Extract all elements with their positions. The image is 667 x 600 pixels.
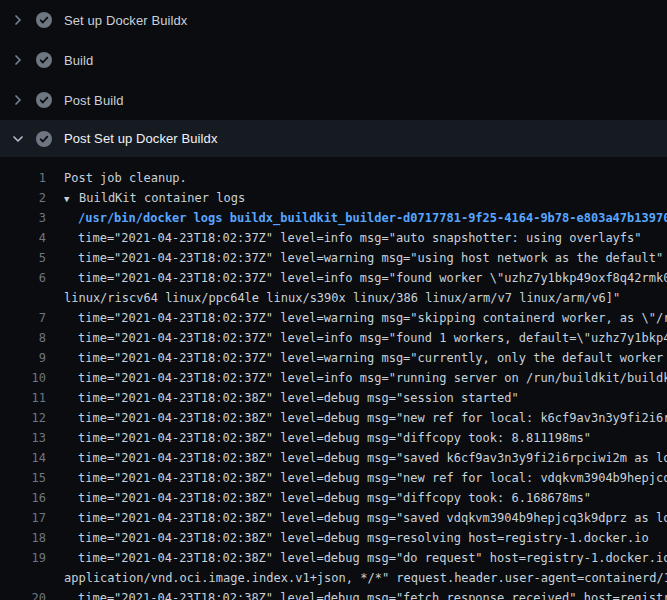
log-text: time="2021-04-23T18:02:38Z" level=debug … xyxy=(46,428,591,448)
line-number[interactable]: 14 xyxy=(0,448,46,468)
line-number[interactable]: 2 xyxy=(0,188,46,208)
line-number[interactable]: 17 xyxy=(0,508,46,528)
log-text: time="2021-04-23T18:02:37Z" level=info m… xyxy=(46,228,642,248)
line-number[interactable]: 1 xyxy=(0,168,46,188)
log-text: time="2021-04-23T18:02:38Z" level=debug … xyxy=(46,408,667,428)
log-text: time="2021-04-23T18:02:38Z" level=debug … xyxy=(46,528,649,548)
line-number[interactable]: 9 xyxy=(0,348,46,368)
log-text: linux/riscv64 linux/ppc64le linux/s390x … xyxy=(46,288,620,308)
log-line: 7time="2021-04-23T18:02:37Z" level=warni… xyxy=(0,308,667,328)
log-line: 9time="2021-04-23T18:02:37Z" level=warni… xyxy=(0,348,667,368)
line-number[interactable]: 7 xyxy=(0,308,46,328)
log-line: 6time="2021-04-23T18:02:37Z" level=info … xyxy=(0,268,667,288)
chevron-right-icon xyxy=(10,92,26,108)
step-header-post-build[interactable]: Post Build xyxy=(0,80,667,120)
log-text: time="2021-04-23T18:02:37Z" level=info m… xyxy=(46,328,667,348)
line-number xyxy=(0,568,46,588)
check-circle-icon xyxy=(36,12,52,28)
line-number[interactable]: 19 xyxy=(0,548,46,568)
log-text: time="2021-04-23T18:02:38Z" level=debug … xyxy=(46,588,667,600)
log-line: 14time="2021-04-23T18:02:38Z" level=debu… xyxy=(0,448,667,468)
log-text: time="2021-04-23T18:02:38Z" level=debug … xyxy=(46,448,667,468)
log-line: 20time="2021-04-23T18:02:38Z" level=debu… xyxy=(0,588,667,600)
log-line: 16time="2021-04-23T18:02:38Z" level=debu… xyxy=(0,488,667,508)
line-number[interactable]: 11 xyxy=(0,388,46,408)
line-number[interactable]: 16 xyxy=(0,488,46,508)
log-line: application/vnd.oci.image.index.v1+json,… xyxy=(0,568,667,588)
log-line: 10time="2021-04-23T18:02:37Z" level=info… xyxy=(0,368,667,388)
log-line: linux/riscv64 linux/ppc64le linux/s390x … xyxy=(0,288,667,308)
line-number[interactable]: 15 xyxy=(0,468,46,488)
log-line: 19time="2021-04-23T18:02:38Z" level=debu… xyxy=(0,548,667,568)
check-circle-icon xyxy=(36,92,52,108)
step-header-set-up-docker-buildx[interactable]: Set up Docker Buildx xyxy=(0,0,667,40)
line-number[interactable]: 18 xyxy=(0,528,46,548)
log-text: time="2021-04-23T18:02:37Z" level=warnin… xyxy=(46,248,663,268)
line-number[interactable]: 10 xyxy=(0,368,46,388)
log-line: 2▼BuildKit container logs xyxy=(0,188,667,208)
log-lines: 1Post job cleanup.2▼BuildKit container l… xyxy=(0,157,667,600)
log-text: time="2021-04-23T18:02:37Z" level=warnin… xyxy=(46,308,667,328)
log-command-text: /usr/bin/docker logs buildx_buildkit_bui… xyxy=(46,208,667,228)
line-number[interactable]: 20 xyxy=(0,588,46,600)
log-text: time="2021-04-23T18:02:38Z" level=debug … xyxy=(46,548,667,568)
line-number[interactable]: 8 xyxy=(0,328,46,348)
check-circle-icon xyxy=(36,52,52,68)
log-line: 3/usr/bin/docker logs buildx_buildkit_bu… xyxy=(0,208,667,228)
job-steps-list: Set up Docker Buildx Build Post Build Po… xyxy=(0,0,667,157)
line-number xyxy=(0,288,46,308)
log-text: time="2021-04-23T18:02:37Z" level=warnin… xyxy=(46,348,667,368)
log-text: time="2021-04-23T18:02:38Z" level=debug … xyxy=(46,468,667,488)
step-header-build[interactable]: Build xyxy=(0,40,667,80)
log-text: time="2021-04-23T18:02:38Z" level=debug … xyxy=(46,488,591,508)
line-number[interactable]: 5 xyxy=(0,248,46,268)
line-number[interactable]: 3 xyxy=(0,208,46,228)
group-collapse-triangle-icon[interactable]: ▼ xyxy=(64,189,79,208)
log-line: 13time="2021-04-23T18:02:38Z" level=debu… xyxy=(0,428,667,448)
log-line: 11time="2021-04-23T18:02:38Z" level=debu… xyxy=(0,388,667,408)
check-circle-icon xyxy=(36,131,52,147)
chevron-right-icon xyxy=(10,12,26,28)
log-line: 1Post job cleanup. xyxy=(0,168,667,188)
log-text: time="2021-04-23T18:02:37Z" level=info m… xyxy=(46,268,667,288)
step-label: Post Build xyxy=(64,93,124,108)
line-number[interactable]: 4 xyxy=(0,228,46,248)
log-line: 12time="2021-04-23T18:02:38Z" level=debu… xyxy=(0,408,667,428)
log-line: 18time="2021-04-23T18:02:38Z" level=debu… xyxy=(0,528,667,548)
step-label: Post Set up Docker Buildx xyxy=(64,131,218,146)
step-header-post-set-up-docker-buildx[interactable]: Post Set up Docker Buildx xyxy=(0,120,667,157)
log-line: 5time="2021-04-23T18:02:37Z" level=warni… xyxy=(0,248,667,268)
log-text: application/vnd.oci.image.index.v1+json,… xyxy=(46,568,667,588)
log-group-header: ▼BuildKit container logs xyxy=(46,188,245,208)
group-title[interactable]: BuildKit container logs xyxy=(79,191,245,205)
log-line: 15time="2021-04-23T18:02:38Z" level=debu… xyxy=(0,468,667,488)
log-line: 4time="2021-04-23T18:02:37Z" level=info … xyxy=(0,228,667,248)
line-number[interactable]: 12 xyxy=(0,408,46,428)
chevron-down-icon xyxy=(10,131,26,147)
log-text: time="2021-04-23T18:02:38Z" level=debug … xyxy=(46,388,519,408)
line-number[interactable]: 6 xyxy=(0,268,46,288)
step-label: Set up Docker Buildx xyxy=(64,13,187,28)
log-line: 17time="2021-04-23T18:02:38Z" level=debu… xyxy=(0,508,667,528)
log-text: Post job cleanup. xyxy=(46,168,187,188)
step-label: Build xyxy=(64,53,93,68)
log-line: 8time="2021-04-23T18:02:37Z" level=info … xyxy=(0,328,667,348)
log-text: time="2021-04-23T18:02:37Z" level=info m… xyxy=(46,368,667,388)
line-number[interactable]: 13 xyxy=(0,428,46,448)
log-text: time="2021-04-23T18:02:38Z" level=debug … xyxy=(46,508,667,528)
chevron-right-icon xyxy=(10,52,26,68)
